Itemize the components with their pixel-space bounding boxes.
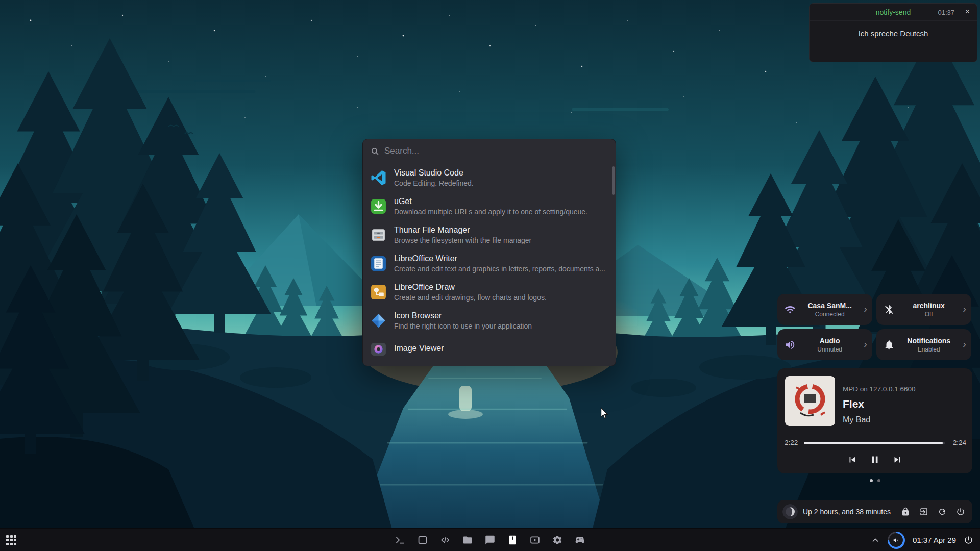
mouse-cursor [599,406,610,421]
notification-time: 01:37 [938,9,954,16]
bell-icon [884,339,895,350]
notification-popup: notify-send 01:37 × Ich spreche Deutcsh [809,3,977,62]
launcher-search-bar [363,139,616,163]
code-editor-icon[interactable] [440,535,451,545]
games-icon[interactable] [575,535,585,545]
pager-dot-active[interactable] [870,479,873,482]
launcher-item-image-viewer[interactable]: Image Viewer [363,335,616,363]
chevron-right-icon[interactable]: › [963,304,966,315]
launcher-item-uget[interactable]: uGet Download multiple URLs and apply it… [363,192,616,220]
launcher-item-writer[interactable]: LibreOffice Writer Create and edit text … [363,249,616,278]
app-grid-button[interactable] [6,529,16,551]
app-description: Find the right icon to use in your appli… [394,322,532,330]
app-description: Download multiple URLs and apply it to o… [394,208,587,216]
search-icon [371,147,379,156]
chevron-right-icon[interactable]: › [864,339,867,350]
app-name: LibreOffice Draw [394,283,547,292]
icon-browser-icon [370,312,387,329]
restart-icon[interactable] [938,507,947,516]
app-description: Create and edit text and graphics in let… [394,265,605,273]
app-name: uGet [394,197,587,206]
quick-tile-audio[interactable]: Audio Unmuted › [777,329,872,360]
pager-dot[interactable] [877,479,880,482]
chevron-right-icon[interactable]: › [963,339,966,350]
bluetooth-device-name: archlinux [900,302,958,310]
notes-icon[interactable] [507,535,518,545]
thunar-icon [370,227,387,243]
app-name: Icon Browser [394,311,532,320]
app-description: Browse the filesystem with the file mana… [394,236,531,244]
next-track-icon[interactable] [892,454,903,465]
launcher-results: Visual Studio Code Code Editing. Redefin… [363,163,616,366]
uptime-label: Up 2 hours, and 38 minutes [803,508,892,516]
app-description: Code Editing. Redefined. [394,179,474,187]
media-controls [777,454,972,465]
launcher-item-vscode[interactable]: Visual Studio Code Code Editing. Redefin… [363,163,616,192]
files-icon[interactable] [462,535,473,545]
search-input[interactable] [384,146,608,156]
clock[interactable]: 01:37 Apr 29 [913,536,956,544]
app-grid-icon [6,535,16,545]
quick-tile-notifications[interactable]: Notifications Enabled › [876,329,971,360]
power-icon[interactable] [956,507,965,516]
session-panel: Up 2 hours, and 38 minutes [777,500,972,523]
album-art [785,376,835,426]
system-tray: 01:37 Apr 29 [871,529,973,551]
chevron-up-icon[interactable] [871,536,880,545]
time-duration: 2:24 [953,439,966,446]
libreoffice-draw-icon [370,284,387,300]
launcher-item-draw[interactable]: LibreOffice Draw Create and edit drawing… [363,278,616,306]
wifi-network-name: Casa SanM... [801,302,859,310]
panel-pager [777,479,972,482]
volume-icon [785,339,796,350]
avatar [782,504,798,519]
app-name: Visual Studio Code [394,168,474,178]
media-player-icon[interactable] [530,535,541,545]
media-player-card: MPD on 127.0.0.1:6600 Flex My Bad 2:22 2… [777,368,972,473]
window-icon[interactable] [418,535,428,545]
desktop: notify-send 01:37 × Ich spreche Deutcsh … [0,0,980,551]
launcher-item-thunar[interactable]: Thunar File Manager Browse the filesyste… [363,220,616,249]
uget-icon [370,198,387,215]
app-name: LibreOffice Writer [394,254,605,263]
notification-body: Ich spreche Deutcsh [810,29,977,38]
notification-header: notify-send 01:37 × [810,4,977,21]
quick-tile-wifi[interactable]: Casa SanM... Connected › [777,294,872,325]
bluetooth-status: Off [900,311,958,318]
previous-track-icon[interactable] [847,454,858,465]
time-elapsed: 2:22 [785,439,798,446]
lock-icon[interactable] [901,507,910,516]
media-progress-bar[interactable] [804,442,945,444]
image-viewer-icon [370,341,387,358]
chevron-right-icon[interactable]: › [864,304,867,315]
libreoffice-writer-icon [370,255,387,272]
vscode-icon [370,169,387,186]
taskbar: 01:37 Apr 29 [0,528,980,551]
launcher-item-icon-browser[interactable]: Icon Browser Find the right icon to use … [363,306,616,335]
pause-icon[interactable] [869,454,880,465]
audio-status: Unmuted [801,346,859,353]
notification-close-icon[interactable]: × [965,7,970,16]
dock [395,529,585,551]
media-source: MPD on 127.0.0.1:6600 [843,385,916,393]
notifications-title: Notifications [900,337,958,345]
notifications-status: Enabled [900,346,958,353]
app-name: Image Viewer [394,344,444,353]
app-launcher: Visual Studio Code Code Editing. Redefin… [362,139,616,366]
volume-indicator[interactable] [888,532,905,549]
media-progress-fill [804,442,943,444]
track-artist: My Bad [843,415,870,424]
quick-tile-bluetooth[interactable]: archlinux Off › [876,294,971,325]
wifi-icon [785,304,796,315]
track-title: Flex [843,398,864,410]
terminal-icon[interactable] [395,535,406,545]
logout-icon[interactable] [919,507,928,516]
chat-icon[interactable] [485,535,496,545]
scrollbar-thumb[interactable] [612,166,615,195]
settings-gear-icon[interactable] [552,535,563,545]
audio-title: Audio [801,337,859,345]
app-description: Create and edit drawings, flow charts an… [394,293,547,302]
app-name: Thunar File Manager [394,226,531,235]
bluetooth-icon [884,304,895,315]
power-menu-icon[interactable] [964,535,973,545]
